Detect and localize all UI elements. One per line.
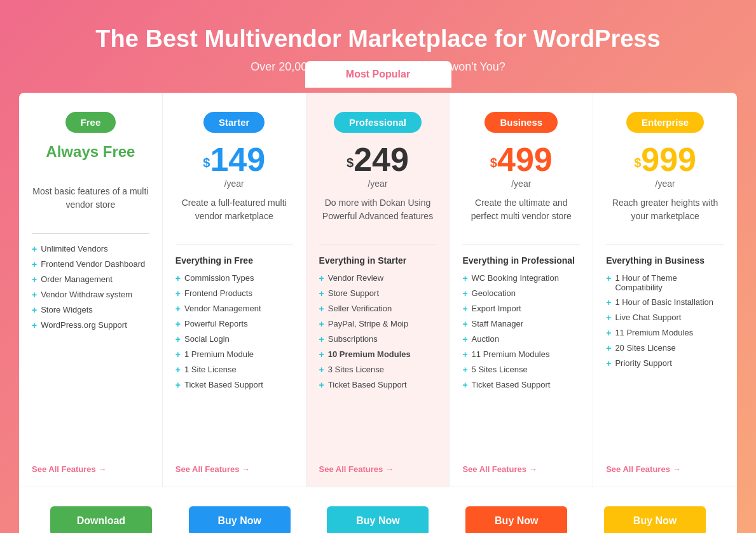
buy-btn-enterprise[interactable]: Buy Now [604, 506, 706, 533]
list-item: +11 Premium Modules [462, 349, 580, 360]
see-all-link-business[interactable]: See All Features → [462, 464, 580, 474]
feature-text: Frontend Products [184, 288, 252, 298]
plan-col-enterprise: Enterprise $999 /yearReach greater heigh… [593, 93, 737, 487]
see-all-link-starter[interactable]: See All Features → [175, 464, 293, 474]
plan-badge-professional: Professional [334, 112, 422, 133]
plan-badge-starter: Starter [203, 112, 265, 133]
plan-col-professional: Professional $249 /yearDo more with Doka… [306, 93, 450, 487]
plus-icon: + [32, 305, 37, 315]
plan-currency-enterprise: $ [634, 156, 641, 170]
buy-btn-professional[interactable]: Buy Now [327, 506, 429, 533]
feature-text: Store Support [328, 288, 379, 298]
feature-text: Vendor Review [328, 273, 383, 283]
list-item: +Powerful Reports [175, 319, 293, 329]
list-item: +Social Login [175, 334, 293, 344]
plan-amount-enterprise: 999 [641, 141, 696, 178]
plan-col-starter: Starter $149 /yearCreate a full-featured… [163, 93, 306, 487]
feature-text: WC Booking Integration [472, 273, 559, 283]
buy-btn-free[interactable]: Download [50, 506, 152, 533]
list-item: +Priority Support [606, 358, 724, 368]
plan-header-professional: Professional $249 /year [319, 112, 437, 196]
feature-text: Staff Manager [472, 319, 523, 328]
features-title-enterprise: Everything in Business [606, 255, 724, 266]
plus-icon: + [606, 273, 611, 283]
plan-badge-enterprise: Enterprise [626, 112, 704, 133]
see-all-link-enterprise[interactable]: See All Features → [606, 464, 724, 474]
see-all-link-professional[interactable]: See All Features → [319, 464, 437, 474]
plan-currency-business: $ [490, 156, 497, 170]
feature-text: Ticket Based Support [328, 380, 407, 389]
btn-cell-business: Buy Now [447, 500, 586, 533]
feature-text: 11 Premium Modules [615, 328, 693, 337]
plus-icon: + [175, 334, 181, 344]
plus-icon: + [175, 288, 181, 299]
plus-icon: + [175, 349, 181, 360]
plus-icon: + [319, 349, 324, 360]
feature-text: Order Management [41, 274, 113, 284]
list-item: +Subscriptions [319, 334, 437, 344]
buy-btn-starter[interactable]: Buy Now [189, 506, 291, 533]
list-item: +5 Sites License [462, 365, 580, 375]
plus-icon: + [32, 274, 37, 285]
plus-icon: + [32, 259, 37, 269]
plus-icon: + [319, 288, 324, 299]
list-item: +Store Support [319, 288, 437, 299]
plan-desc-starter: Create a full-featured multi vendor mark… [175, 196, 293, 228]
feature-text: Ticket Based Support [472, 380, 551, 389]
plan-header-enterprise: Enterprise $999 /year [606, 112, 724, 196]
plan-period-enterprise: /year [656, 179, 675, 189]
list-item: +3 Sites License [319, 365, 437, 375]
list-item: +WC Booking Integration [462, 273, 580, 283]
feature-text: Priority Support [615, 358, 672, 368]
plus-icon: + [462, 334, 467, 344]
feature-text: Social Login [184, 334, 230, 344]
plus-icon: + [462, 349, 467, 360]
feature-text: 1 Hour of Theme Compatibility [615, 273, 724, 292]
plan-desc-enterprise: Reach greater heights with your marketpl… [606, 196, 724, 228]
feature-text: 1 Site License [184, 365, 237, 374]
plan-desc-business: Create the ultimate and perfect multi ve… [462, 196, 580, 228]
feature-text: Auction [472, 334, 499, 344]
plan-price-professional: $249 [347, 143, 409, 176]
plan-header-starter: Starter $149 /year [175, 112, 293, 196]
list-item: +10 Premium Modules [319, 349, 437, 360]
plan-header-free: FreeAlways Free [32, 112, 149, 185]
plan-col-free: FreeAlways Free Most basic features of a… [19, 93, 163, 487]
list-item: +Live Chat Support [606, 313, 724, 323]
plus-icon: + [175, 365, 181, 375]
plus-icon: + [32, 290, 37, 300]
btn-row: DownloadBuy NowBuy NowBuy NowBuy Now [19, 487, 737, 533]
pricing-grid: FreeAlways Free Most basic features of a… [19, 93, 737, 487]
feature-text: WordPress.org Support [41, 320, 127, 330]
feature-text: Subscriptions [328, 334, 378, 344]
list-item: +1 Hour of Theme Compatibility [606, 273, 724, 292]
plan-price-business: $499 [490, 143, 553, 176]
features-title-professional: Everything in Starter [319, 255, 437, 266]
plan-divider-professional [319, 245, 437, 245]
feature-text: 10 Premium Modules [328, 349, 411, 359]
plan-amount-business: 499 [497, 141, 553, 178]
list-item: +Store Widgets [32, 305, 149, 315]
most-popular-banner: Most Popular [305, 61, 451, 88]
plus-icon: + [319, 319, 324, 329]
list-item: +1 Hour of Basic Installation [606, 297, 724, 307]
plan-currency-starter: $ [203, 156, 210, 170]
plus-icon: + [319, 304, 324, 314]
plan-period-free [89, 167, 92, 177]
plan-desc-free: Most basic features of a multi vendor st… [32, 185, 149, 217]
list-item: +20 Sites License [606, 343, 724, 353]
buy-btn-business[interactable]: Buy Now [465, 506, 567, 533]
list-item: +WordPress.org Support [32, 320, 149, 330]
feature-text: 20 Sites License [615, 343, 675, 353]
page-title: The Best Multivendor Marketplace for Wor… [13, 25, 743, 53]
feature-text: Frontend Vendor Dashboard [41, 259, 145, 269]
plus-icon: + [32, 320, 37, 330]
most-popular-label: Most Popular [346, 69, 410, 79]
see-all-link-free[interactable]: See All Features → [32, 464, 149, 474]
plus-icon: + [175, 380, 181, 390]
plus-icon: + [606, 297, 611, 307]
list-item: +Ticket Based Support [462, 380, 580, 390]
plan-period-business: /year [511, 179, 531, 189]
plus-icon: + [175, 319, 181, 329]
list-item: +PayPal, Stripe & Moip [319, 319, 437, 329]
